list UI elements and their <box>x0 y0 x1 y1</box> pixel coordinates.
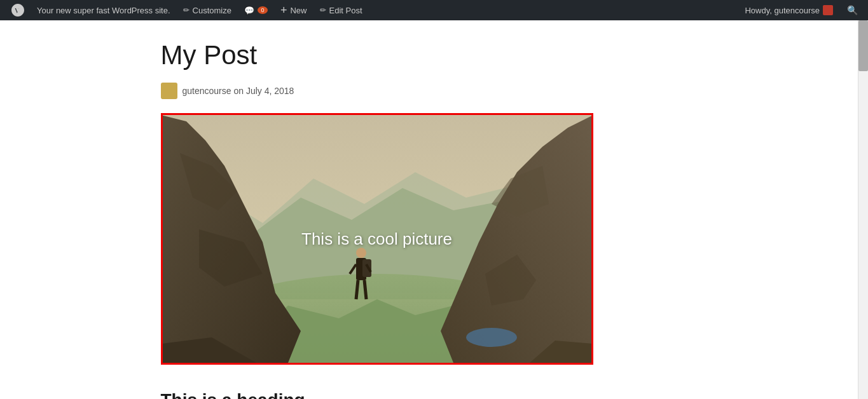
comment-count: 0 <box>258 6 268 14</box>
scrollbar-thumb[interactable] <box>858 20 868 71</box>
customize-icon: ✏ <box>183 6 189 15</box>
svg-rect-15 <box>362 259 371 277</box>
user-avatar <box>823 5 833 15</box>
user-greeting[interactable]: Howdy, gutencourse <box>738 0 839 20</box>
new-content-link[interactable]: + New <box>274 0 313 20</box>
customize-label: Customize <box>193 6 231 15</box>
comment-icon: 💬 <box>244 6 254 15</box>
search-button[interactable]: 🔍 <box>842 0 863 20</box>
comments-link[interactable]: 💬 0 <box>238 0 274 20</box>
svg-line-17 <box>356 280 358 299</box>
site-name-text: Your new super fast WordPress site. <box>37 6 170 15</box>
site-name-link[interactable]: Your new super fast WordPress site. <box>31 0 177 20</box>
post-heading: This is a heading <box>161 390 708 399</box>
user-greeting-text: Howdy, gutencourse <box>745 6 820 15</box>
image-caption: This is a cool picture <box>301 229 452 249</box>
edit-post-label: Edit Post <box>329 6 362 15</box>
post-meta: gutencourse on July 4, 2018 <box>161 83 708 99</box>
customize-link[interactable]: ✏ Customize <box>177 0 238 20</box>
post-meta-text: gutencourse on July 4, 2018 <box>183 86 294 96</box>
new-label: New <box>290 6 307 15</box>
search-icon: 🔍 <box>847 5 858 16</box>
svg-line-18 <box>364 280 366 299</box>
edit-icon: ✏ <box>320 6 326 15</box>
scrollbar[interactable] <box>858 20 868 399</box>
post-title: My Post <box>161 39 708 71</box>
plus-icon: + <box>280 4 287 17</box>
featured-image-block[interactable]: This is a cool picture <box>161 113 593 365</box>
wp-logo-button[interactable] <box>5 0 31 20</box>
featured-image: This is a cool picture <box>163 115 591 363</box>
admin-bar: Your new super fast WordPress site. ✏ Cu… <box>0 0 868 20</box>
wp-logo-icon <box>11 4 24 17</box>
svg-point-16 <box>356 248 366 258</box>
author-avatar <box>161 83 177 99</box>
edit-post-link[interactable]: ✏ Edit Post <box>313 0 369 20</box>
svg-point-11 <box>466 328 517 347</box>
main-content: My Post gutencourse on July 4, 2018 <box>148 20 720 399</box>
